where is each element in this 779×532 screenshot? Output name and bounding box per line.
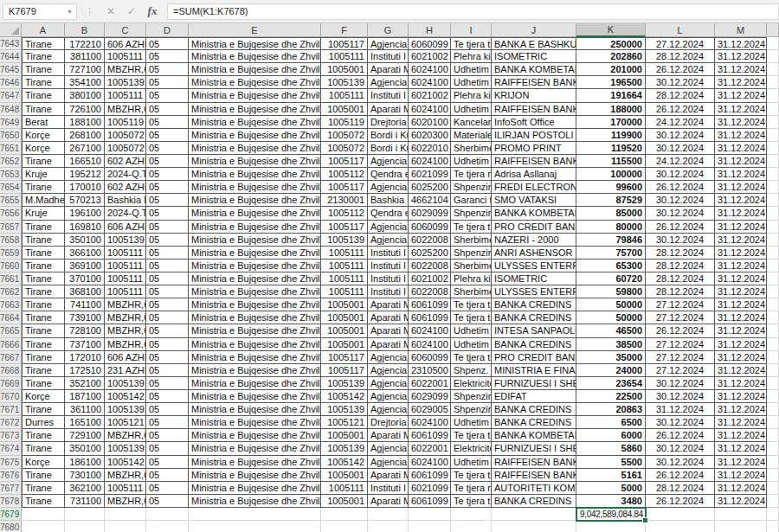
cell-C7659[interactable]: 1005111 bbox=[105, 247, 146, 260]
cell-I7668[interactable]: Shpenz. p bbox=[451, 364, 492, 377]
cell-A7677[interactable]: Tirane bbox=[22, 482, 65, 495]
cell-I7649[interactable]: Kancelari bbox=[451, 116, 492, 129]
cell-G7662[interactable]: Instituti I bbox=[368, 285, 409, 298]
cell-E7652[interactable]: Ministria e Bujqesise dhe Zhvill bbox=[189, 155, 321, 168]
cell-C7667[interactable]: 606 AZHE bbox=[105, 351, 146, 364]
cell-D7674[interactable]: 05 bbox=[146, 442, 189, 455]
cell-B7673[interactable]: 729100 bbox=[65, 429, 105, 442]
cell-E7649[interactable]: Ministria e Bujqesise dhe Zhvill bbox=[189, 116, 321, 129]
cell-D7663[interactable]: 05 bbox=[146, 298, 189, 311]
cell-E7658[interactable]: Ministria e Bujqesise dhe Zhvill bbox=[189, 234, 321, 247]
cell-I7676[interactable]: Te tjera t bbox=[451, 469, 492, 482]
cell-E7675[interactable]: Ministria e Bujqesise dhe Zhvill bbox=[189, 456, 321, 469]
cell-I7648[interactable]: Udhetim bbox=[451, 103, 492, 116]
cell-D7653[interactable]: 05 bbox=[146, 168, 189, 181]
cell-L7674[interactable]: 30.12.2024 bbox=[646, 442, 715, 455]
enter-icon[interactable]: ✓ bbox=[121, 5, 142, 17]
cell-K7647[interactable]: 191664 bbox=[576, 89, 646, 102]
cell-F7665[interactable]: 1005001 bbox=[321, 324, 368, 337]
cell-H7670[interactable]: 6029099 bbox=[409, 390, 451, 403]
row-header-7646[interactable]: 7646 bbox=[0, 76, 22, 89]
cell-H7663[interactable]: 6061099 bbox=[409, 298, 451, 311]
cell-C7652[interactable]: 602 AZHE bbox=[105, 155, 146, 168]
cell-G7678[interactable]: Aparati M bbox=[368, 495, 409, 508]
cell-M7657[interactable]: 31.12.2024 bbox=[715, 221, 767, 234]
cell-J7664[interactable]: BANKA CREDINS bbox=[492, 311, 576, 324]
cell-K7651[interactable]: 119520 bbox=[576, 142, 646, 155]
cell-D7645[interactable]: 05 bbox=[146, 63, 189, 76]
cell-G7675[interactable]: Agjencia bbox=[368, 456, 409, 469]
cell-B7674[interactable]: 350100 bbox=[65, 442, 105, 455]
cell-G7648[interactable]: Aparati M bbox=[368, 103, 409, 116]
cell-J7648[interactable]: RAIFFEISEN BANK S bbox=[492, 103, 576, 116]
cell-I7660[interactable]: Sherbime bbox=[451, 260, 492, 272]
cell-D7673[interactable]: 05 bbox=[146, 429, 189, 442]
cell-L7676[interactable]: 26.12.2024 bbox=[646, 469, 715, 482]
cell-D7657[interactable]: 05 bbox=[146, 221, 189, 234]
cell-G7644[interactable]: Instituti I bbox=[368, 50, 409, 63]
cell-A7667[interactable]: Tirane bbox=[22, 351, 65, 364]
cell-J7679[interactable] bbox=[492, 508, 576, 521]
cell-F7647[interactable]: 1005111 bbox=[321, 89, 368, 102]
cell-H7661[interactable]: 6021002 bbox=[409, 272, 451, 285]
cell-I7652[interactable]: Udhetim bbox=[451, 155, 492, 168]
cell-D7678[interactable]: 05 bbox=[146, 495, 189, 508]
cell-E7677[interactable]: Ministria e Bujqesise dhe Zhvill bbox=[189, 482, 321, 495]
cell-F7680[interactable] bbox=[321, 521, 368, 532]
row-header-7671[interactable]: 7671 bbox=[0, 403, 22, 416]
cell-L7661[interactable]: 28.12.2024 bbox=[646, 272, 715, 285]
cell-C7668[interactable]: 231 AZHE bbox=[105, 364, 146, 377]
cell-D7646[interactable]: 05 bbox=[146, 76, 189, 89]
row-header-7679[interactable]: 7679 bbox=[0, 508, 22, 521]
row-header-7669[interactable]: 7669 bbox=[0, 377, 22, 390]
cell-F7678[interactable]: 1005001 bbox=[321, 495, 368, 508]
cell-K7675[interactable]: 5500 bbox=[576, 456, 646, 469]
cell-F7669[interactable]: 1005139 bbox=[321, 377, 368, 390]
cell-G7668[interactable]: Agjencia bbox=[368, 364, 409, 377]
row-header-7675[interactable]: 7675 bbox=[0, 456, 22, 469]
cell-K7654[interactable]: 99600 bbox=[576, 181, 646, 194]
cell-L7649[interactable]: 24.12.2024 bbox=[646, 116, 715, 129]
row-header-7653[interactable]: 7653 bbox=[0, 168, 22, 181]
cell-J7643[interactable]: BANKA E BASHKUA bbox=[492, 37, 576, 50]
cell-C7664[interactable]: MBZHR,6 bbox=[105, 311, 146, 324]
cell-D7662[interactable]: 05 bbox=[146, 285, 189, 298]
cell-M7648[interactable]: 31.12.2024 bbox=[715, 103, 767, 116]
cell-H7671[interactable]: 6029005 bbox=[409, 403, 451, 416]
cell-K7655[interactable]: 87529 bbox=[576, 194, 646, 207]
cell-E7663[interactable]: Ministria e Bujqesise dhe Zhvill bbox=[189, 298, 321, 311]
cell-B7670[interactable]: 187100 bbox=[65, 390, 105, 403]
cell-H7678[interactable]: 6061099 bbox=[409, 495, 451, 508]
cell-B7661[interactable]: 370100 bbox=[65, 272, 105, 285]
cell-L7654[interactable]: 26.12.2024 bbox=[646, 181, 715, 194]
cell-J7677[interactable]: AUTORITETI KOMU bbox=[492, 482, 576, 495]
cell-H7653[interactable]: 6021099 bbox=[409, 168, 451, 181]
column-header-A[interactable]: A bbox=[22, 23, 65, 37]
cell-J7671[interactable]: BANKA CREDINS bbox=[492, 403, 576, 416]
cell-C7650[interactable]: 1005072 bbox=[105, 129, 146, 142]
cell-L7671[interactable]: 31.12.2024 bbox=[646, 403, 715, 416]
cell-C7651[interactable]: 1005072 bbox=[105, 142, 146, 155]
cell-K7652[interactable]: 115500 bbox=[576, 155, 646, 168]
cell-M7673[interactable]: 31.12.2024 bbox=[715, 429, 767, 442]
cell-A7647[interactable]: Tirane bbox=[22, 89, 65, 102]
cell-G7654[interactable]: Agjencia bbox=[368, 181, 409, 194]
cell-I7650[interactable]: Materiale bbox=[451, 129, 492, 142]
cell-I7657[interactable]: Te tjera t bbox=[451, 221, 492, 234]
cell-L7665[interactable]: 26.12.2024 bbox=[646, 324, 715, 337]
cell-F7656[interactable]: 1005112 bbox=[321, 207, 368, 220]
cell-E7674[interactable]: Ministria e Bujqesise dhe Zhvill bbox=[189, 442, 321, 455]
cell-A7670[interactable]: Korçe bbox=[22, 390, 65, 403]
cell-H7665[interactable]: 6024100 bbox=[409, 324, 451, 337]
cell-A7644[interactable]: Tirane bbox=[22, 50, 65, 63]
cell-E7678[interactable]: Ministria e Bujqesise dhe Zhvill bbox=[189, 495, 321, 508]
cell-J7647[interactable]: KRIJON bbox=[492, 89, 576, 102]
cell-I7663[interactable]: Te tjera t bbox=[451, 298, 492, 311]
cell-M7644[interactable]: 31.12.2024 bbox=[715, 50, 767, 63]
cell-B7675[interactable]: 186100 bbox=[65, 456, 105, 469]
cell-H7654[interactable]: 6025200 bbox=[409, 181, 451, 194]
select-all-corner[interactable] bbox=[0, 23, 22, 37]
cell-J7680[interactable] bbox=[492, 521, 576, 532]
cell-A7669[interactable]: Tirane bbox=[22, 377, 65, 390]
cell-M7660[interactable]: 31.12.2024 bbox=[715, 260, 767, 272]
